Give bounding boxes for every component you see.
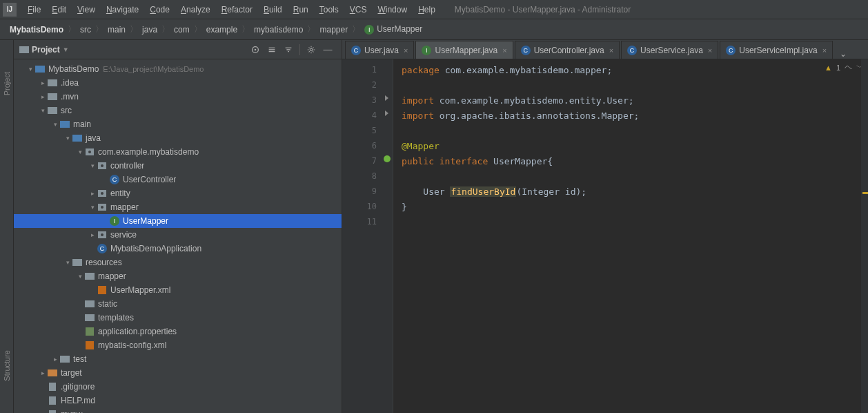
tree-node[interactable]: mybatis-config.xml [14,338,342,352]
siderail-structure[interactable]: Structure [3,346,11,385]
tree-node[interactable]: application.properties [14,325,342,338]
close-icon[interactable]: × [822,46,827,55]
prev-highlight-icon[interactable]: ヘ [845,62,852,73]
locate-icon[interactable] [248,43,262,57]
tree-node[interactable]: UserMapper.xml [14,283,342,297]
code-line[interactable] [402,77,868,93]
expand-all-icon[interactable] [265,43,279,57]
tree-node[interactable]: ▾main [14,117,342,131]
line-number[interactable]: 11 [342,214,381,229]
tree-node[interactable]: ▾MybatisDemoE:\Java_project\MybatisDemo [14,62,342,76]
tree-arrow-icon[interactable]: ▸ [51,356,59,363]
tree-node[interactable]: CUserController [14,173,342,186]
tree-node[interactable]: ▾mapper [14,200,342,214]
tree-arrow-icon[interactable]: ▾ [63,259,72,266]
editor-tab[interactable]: IUserMapper.java× [415,41,513,59]
tree-node[interactable]: ▾mapper [14,269,342,283]
project-tree[interactable]: ▾MybatisDemoE:\Java_project\MybatisDemo▸… [14,59,342,413]
tree-node[interactable]: ▸.mvn [14,90,342,104]
fold-icon[interactable] [382,93,392,103]
tree-arrow-icon[interactable]: ▾ [26,66,34,73]
settings-icon[interactable] [304,43,318,57]
spring-marker-icon[interactable] [382,154,392,164]
tree-node[interactable]: CMybatisDemoApplication [14,242,342,256]
menu-tools[interactable]: Tools [314,2,344,17]
tree-node[interactable]: ▸service [14,228,342,242]
editor-tab[interactable]: CUserService.java× [621,41,718,59]
tree-node[interactable]: ▾controller [14,159,342,173]
siderail-project[interactable]: Project [3,68,11,99]
line-number[interactable]: 3 [342,93,381,108]
tree-node[interactable]: ▸target [14,366,342,380]
line-number[interactable]: 1 [342,62,381,77]
breadcrumb-item[interactable]: mybatisdemo [251,25,306,35]
menu-navigate[interactable]: Navigate [101,2,144,17]
menu-refactor[interactable]: Refactor [216,2,258,17]
close-icon[interactable]: × [404,46,408,55]
tree-node[interactable]: .gitignore [14,380,342,394]
tree-arrow-icon[interactable]: ▸ [88,231,97,238]
line-number[interactable]: 9 [342,184,381,199]
editor-tab[interactable]: CUserServiceImpl.java× [720,41,833,59]
tree-node[interactable]: ▸entity [14,186,342,200]
tree-node[interactable]: ▾java [14,131,342,145]
breadcrumb-item[interactable]: IUserMapper [362,24,425,35]
menu-window[interactable]: Window [372,2,413,17]
line-number[interactable]: 5 [342,123,381,138]
tree-node[interactable]: static [14,297,342,311]
menu-help[interactable]: Help [413,2,441,17]
line-number[interactable]: 8 [342,169,381,184]
tree-arrow-icon[interactable]: ▸ [88,190,97,197]
breadcrumb-item[interactable]: MybatisDemo [7,25,66,35]
tree-arrow-icon[interactable]: ▸ [39,79,47,86]
line-number[interactable]: 2 [342,77,381,93]
code-line[interactable]: public interface UserMapper{ [402,153,868,169]
menu-vcs[interactable]: VCS [344,2,373,17]
tree-node[interactable]: ▸.idea [14,76,342,90]
collapse-all-icon[interactable] [282,43,295,57]
tree-node[interactable]: mvnw [14,407,342,413]
code-line[interactable]: import org.apache.ibatis.annotations.Map… [402,108,868,123]
tree-arrow-icon[interactable]: ▾ [88,162,97,169]
menu-file[interactable]: File [22,2,46,17]
code-line[interactable]: import com.example.mybatisdemo.entity.Us… [402,93,868,108]
code-line[interactable] [402,123,868,138]
line-number[interactable]: 4 [342,108,381,123]
code-line[interactable] [402,169,868,184]
tree-node[interactable]: HELP.md [14,394,342,407]
menu-build[interactable]: Build [258,2,288,17]
tree-arrow-icon[interactable]: ▾ [76,273,84,280]
menu-run[interactable]: Run [288,2,314,17]
menu-analyze[interactable]: Analyze [175,2,216,17]
tree-node[interactable]: IUserMapper [14,214,342,228]
breadcrumb-item[interactable]: main [105,25,128,35]
tree-arrow-icon[interactable]: ▸ [39,93,47,100]
breadcrumb-item[interactable]: src [77,25,94,35]
close-icon[interactable]: × [609,46,613,55]
tree-node[interactable]: ▸test [14,352,342,366]
tab-overflow-icon[interactable]: ⌄ [834,49,852,59]
tree-node[interactable]: ▾src [14,104,342,117]
breadcrumb-item[interactable]: java [139,25,160,35]
code-line[interactable] [402,214,868,229]
breadcrumb-item[interactable]: example [204,25,240,35]
tree-arrow-icon[interactable]: ▾ [51,121,59,128]
code-editor[interactable]: package com.example.mybatisdemo.mapper;i… [393,59,868,413]
close-icon[interactable]: × [708,46,712,55]
fold-icon[interactable] [382,108,392,118]
hide-icon[interactable]: — [321,43,335,57]
tree-arrow-icon[interactable]: ▾ [76,148,84,155]
code-line[interactable]: @Mapper [402,138,868,153]
menu-edit[interactable]: Edit [46,2,72,17]
tree-arrow-icon[interactable]: ▾ [39,107,47,114]
error-stripe[interactable] [861,59,868,413]
code-line[interactable]: User findUserById(Integer id); [402,184,868,199]
stripe-mark[interactable] [862,192,868,194]
tree-node[interactable]: ▾resources [14,256,342,269]
line-number[interactable]: 10 [342,199,381,214]
breadcrumb-item[interactable]: mapper [317,25,351,35]
code-line[interactable]: package com.example.mybatisdemo.mapper; [402,62,868,77]
line-number[interactable]: 6 [342,138,381,153]
tree-arrow-icon[interactable]: ▾ [88,204,97,211]
close-icon[interactable]: × [502,46,506,55]
